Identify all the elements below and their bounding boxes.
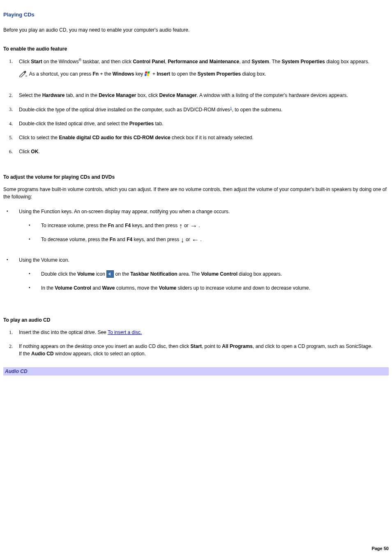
step-number: 1. xyxy=(9,58,13,65)
t: and xyxy=(115,237,127,242)
t: OK xyxy=(31,149,38,154)
svg-rect-0 xyxy=(145,71,147,74)
t: key xyxy=(134,71,144,77)
section-heading-adjust-volume: To adjust the volume for playing CDs and… xyxy=(3,173,389,181)
t: Control Panel xyxy=(133,59,165,64)
step-text: Click OK. xyxy=(19,149,40,154)
t: As a shortcut, you can press xyxy=(29,71,93,77)
t: Select the xyxy=(19,92,42,98)
step-text: If nothing appears on the desktop once y… xyxy=(19,343,373,357)
step-2: 2. Select the Hardware tab, and in the D… xyxy=(19,92,389,106)
list-item: In the Volume Control and Wave columns, … xyxy=(29,284,389,298)
t: . xyxy=(200,237,201,242)
volume-methods-list: Using the Function keys. An on-screen di… xyxy=(7,208,389,305)
t: and xyxy=(91,285,102,291)
list-item: Using the Volume icon. Double click the … xyxy=(7,256,389,305)
t: System Properties xyxy=(198,71,241,77)
step-1: 1. Click Start on the Windows® taskbar, … xyxy=(19,58,389,92)
t: Start xyxy=(191,343,202,349)
t: If nothing appears on the desktop once y… xyxy=(19,343,191,349)
list-item: To decrease volume, press the Fn and F4 … xyxy=(29,236,389,250)
t: Audio CD xyxy=(31,351,54,357)
arrow-down-icon: ↓ xyxy=(181,235,184,244)
t: icon xyxy=(95,271,107,277)
t: , and click to open a CD program, such a… xyxy=(253,343,373,349)
t: Click xyxy=(19,59,31,64)
t: , and xyxy=(239,59,251,64)
svg-rect-2 xyxy=(145,74,147,76)
t: Volume xyxy=(159,285,176,291)
t: and xyxy=(114,223,125,228)
t: Double-click the type of the optical dri… xyxy=(19,107,230,113)
step-number: 5. xyxy=(9,134,13,141)
t: If the xyxy=(19,351,31,357)
step-number: 3. xyxy=(9,106,13,113)
step-number: 2. xyxy=(9,343,13,350)
t: Fn xyxy=(110,237,116,242)
step-4: 4. Double-click the listed optical drive… xyxy=(19,120,389,134)
figure-caption-audio-cd: Audio CD xyxy=(3,367,389,375)
svg-rect-3 xyxy=(146,74,149,76)
t: , to open the submenu. xyxy=(232,107,283,113)
t: Device Manager xyxy=(159,92,197,98)
nested-list: To increase volume, press the Fn and F4 … xyxy=(29,222,389,250)
t: box, click xyxy=(136,92,159,98)
arrow-left-icon: ← xyxy=(191,235,199,244)
t: on the Windows xyxy=(42,59,79,64)
svg-rect-1 xyxy=(147,71,150,74)
t: keys, and then press xyxy=(131,223,179,228)
t: on the xyxy=(115,271,131,277)
t: Volume Control xyxy=(55,285,91,291)
step-text: Double-click the type of the optical dri… xyxy=(19,107,282,113)
t: to open the xyxy=(170,71,198,77)
t: . xyxy=(38,149,39,154)
t: System xyxy=(251,59,269,64)
section2-intro: Some programs have built-in volume contr… xyxy=(3,186,389,200)
shortcut-note: As a shortcut, you can press Fn + the Wi… xyxy=(19,70,389,78)
step-5: 5. Click to select the Enable digital CD… xyxy=(19,134,389,148)
step-text: Select the Hardware tab, and in the Devi… xyxy=(19,92,348,98)
t: . The xyxy=(269,59,281,64)
step-2: 2. If nothing appears on the desktop onc… xyxy=(19,343,389,364)
step-number: 2. xyxy=(9,92,13,99)
insert-disc-link[interactable]: To insert a disc. xyxy=(108,329,142,335)
t: + xyxy=(152,71,157,77)
section-heading-play-cd: To play an audio CD xyxy=(3,316,389,324)
t: or xyxy=(186,237,191,242)
t: . A window with a listing of the compute… xyxy=(197,92,348,98)
nested-list: Double click the Volume icon on the Task… xyxy=(29,270,389,299)
t: Insert the disc into the optical drive. … xyxy=(19,329,108,335)
t: check box if it is not already selected. xyxy=(171,135,254,140)
t: dialog box appears. xyxy=(238,271,282,277)
t: F4 xyxy=(127,237,132,242)
t: System Properties xyxy=(281,59,325,64)
section-heading-enable-audio: To enable the audio feature xyxy=(3,45,389,53)
t: , point to xyxy=(202,343,222,349)
t: window appears, click to select an optio… xyxy=(54,351,146,357)
t: Insert xyxy=(157,71,170,77)
list-item: Using the Function keys. An on-screen di… xyxy=(7,208,389,256)
step-3: 3. Double-click the type of the optical … xyxy=(19,106,389,120)
t: Device Manager xyxy=(99,92,136,98)
t: Windows xyxy=(113,71,134,77)
t: F4 xyxy=(125,223,131,228)
step-number: 1. xyxy=(9,329,13,336)
t: Click xyxy=(19,149,31,154)
t: Performance and Maintenance xyxy=(168,59,239,64)
step-text: Double-click the listed optical drive, a… xyxy=(19,121,164,127)
step-text: Click Start on the Windows® taskbar, and… xyxy=(19,59,369,64)
list-item: To increase volume, press the Fn and F4 … xyxy=(29,222,389,236)
volume-tray-icon xyxy=(106,270,114,278)
page-title: Playing CDs xyxy=(3,11,389,19)
t: Using the Function keys. An on-screen di… xyxy=(19,209,230,214)
t: dialog box appears. xyxy=(325,59,369,64)
t: To increase volume, press the xyxy=(41,223,108,228)
t: Taskbar Notification xyxy=(130,271,177,277)
t: Wave xyxy=(102,285,115,291)
t: or xyxy=(184,223,190,228)
intro-paragraph: Before you play an audio CD, you may nee… xyxy=(3,26,389,34)
t: In the xyxy=(41,285,55,291)
t: + the xyxy=(99,71,113,77)
t: keys, and then press xyxy=(132,237,180,242)
pencil-note-icon xyxy=(19,71,28,77)
